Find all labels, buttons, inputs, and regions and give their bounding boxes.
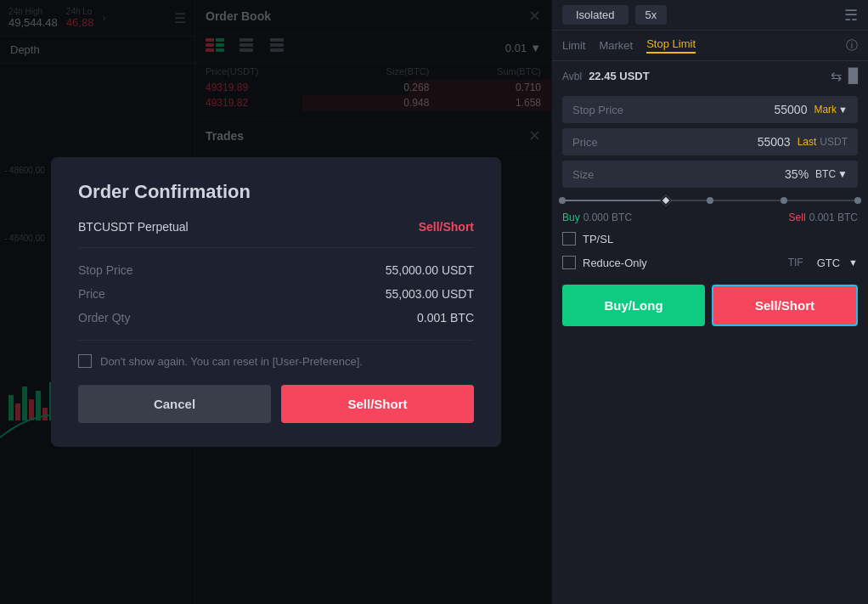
order-type-bar: Limit Market Stop Limit ⓘ xyxy=(552,31,868,61)
transfer-icon[interactable]: ⇆ xyxy=(831,68,842,84)
tp-sl-checkbox[interactable] xyxy=(562,232,576,246)
slider-fill xyxy=(562,200,666,201)
modal-divider-1 xyxy=(78,247,474,248)
size-input-row[interactable]: Size BTC ▼ xyxy=(562,161,858,188)
modal-stop-price-label: Stop Price xyxy=(78,263,133,277)
tif-label: TIF xyxy=(788,257,803,268)
avbl-icons: ⇆ █ xyxy=(831,68,858,84)
stop-price-label: Stop Price xyxy=(572,104,640,116)
tab-market[interactable]: Market xyxy=(599,39,633,52)
buy-label: Buy xyxy=(562,212,580,223)
modal-qty-row: Order Qty 0.001 BTC xyxy=(78,306,474,330)
buy-amount: 0.000 BTC xyxy=(583,212,632,223)
modal-cancel-button[interactable]: Cancel xyxy=(78,385,271,423)
settings-icon[interactable]: ☴ xyxy=(844,6,858,25)
info-icon[interactable]: ⓘ xyxy=(846,38,858,54)
avbl-value: 22.45 USDT xyxy=(589,70,650,82)
slider-dot-100 xyxy=(854,197,861,204)
slider-dot-50 xyxy=(707,197,713,204)
price-last-tag: Last xyxy=(798,136,817,148)
modal-dont-show-row[interactable]: Don't show again. You can reset in [User… xyxy=(78,354,474,368)
slider-dot-75 xyxy=(781,197,787,204)
size-unit-value: BTC xyxy=(815,168,836,180)
size-label: Size xyxy=(572,168,640,181)
sell-label: Sell xyxy=(789,212,806,223)
tab-limit[interactable]: Limit xyxy=(562,39,585,52)
order-confirmation-modal: Order Confirmation BTCUSDT Perpetual Sel… xyxy=(51,157,501,447)
chevron-down-icon: ▼ xyxy=(837,168,848,180)
buy-long-button[interactable]: Buy/Long xyxy=(562,285,705,326)
isolated-button[interactable]: Isolated xyxy=(562,5,628,25)
size-field[interactable] xyxy=(640,167,809,181)
size-unit-dropdown[interactable]: BTC ▼ xyxy=(815,168,848,180)
sell-short-button[interactable]: Sell/Short xyxy=(712,285,858,326)
action-buttons-row: Buy/Long Sell/Short xyxy=(552,274,868,336)
stop-price-field[interactable] xyxy=(640,103,807,116)
tp-sl-row[interactable]: TP/SL xyxy=(552,227,868,251)
chevron-down-icon[interactable]: ▼ xyxy=(838,104,848,115)
slider-handle[interactable] xyxy=(660,195,672,206)
modal-price-row: Price 55,003.00 USDT xyxy=(78,282,474,306)
reduce-only-checkbox[interactable] xyxy=(562,256,576,269)
slider-row[interactable] xyxy=(552,193,868,208)
stop-price-input-row[interactable]: Stop Price Mark ▼ xyxy=(562,96,858,123)
modal-title: Order Confirmation xyxy=(78,181,474,203)
modal-stop-price-value: 55,000.00 USDT xyxy=(386,263,474,277)
modal-dont-show-checkbox[interactable] xyxy=(78,354,92,368)
reduce-only-label: Reduce-Only xyxy=(583,257,647,269)
price-label: Price xyxy=(572,136,640,149)
chevron-down-icon[interactable]: ▼ xyxy=(848,257,858,268)
modal-divider-2 xyxy=(78,340,474,341)
modal-qty-value: 0.001 BTC xyxy=(417,311,474,325)
mode-bar: Isolated 5x ☴ xyxy=(552,0,868,31)
tif-value: GTC xyxy=(817,257,840,269)
slider-dot-0 xyxy=(559,197,566,204)
modal-price-value: 55,003.00 USDT xyxy=(386,287,474,301)
modal-pair-name: BTCUSDT Perpetual xyxy=(78,220,189,234)
modal-overlay: Order Confirmation BTCUSDT Perpetual Sel… xyxy=(0,0,552,604)
avbl-label: Avbl xyxy=(562,71,582,82)
calculator-icon[interactable]: █ xyxy=(848,68,858,84)
trading-form-panel: Isolated 5x ☴ Limit Market Stop Limit ⓘ … xyxy=(552,0,868,604)
price-input-row[interactable]: Price Last USDT xyxy=(562,128,858,155)
price-unit: USDT xyxy=(820,136,848,148)
modal-confirm-button[interactable]: Sell/Short xyxy=(281,385,474,423)
modal-dont-show-label: Don't show again. You can reset in [User… xyxy=(100,355,363,368)
tp-sl-label: TP/SL xyxy=(583,233,613,246)
buy-sell-amounts-row: Buy 0.000 BTC Sell 0.001 BTC xyxy=(552,208,868,227)
modal-price-label: Price xyxy=(78,287,105,301)
modal-buttons-row: Cancel Sell/Short xyxy=(78,385,474,423)
price-field[interactable] xyxy=(640,135,791,149)
reduce-only-row[interactable]: Reduce-Only TIF GTC ▼ xyxy=(552,251,868,274)
slider-track xyxy=(562,200,858,201)
modal-qty-label: Order Qty xyxy=(78,311,130,325)
avbl-row: Avbl 22.45 USDT ⇆ █ xyxy=(552,61,868,91)
modal-pair-row: BTCUSDT Perpetual Sell/Short xyxy=(78,220,474,234)
modal-stop-price-row: Stop Price 55,000.00 USDT xyxy=(78,258,474,282)
sell-amount: 0.001 BTC xyxy=(809,212,858,223)
modal-side: Sell/Short xyxy=(419,220,474,234)
stop-price-tag: Mark xyxy=(814,104,837,116)
tab-stop-limit[interactable]: Stop Limit xyxy=(646,37,696,54)
leverage-button[interactable]: 5x xyxy=(635,5,668,25)
